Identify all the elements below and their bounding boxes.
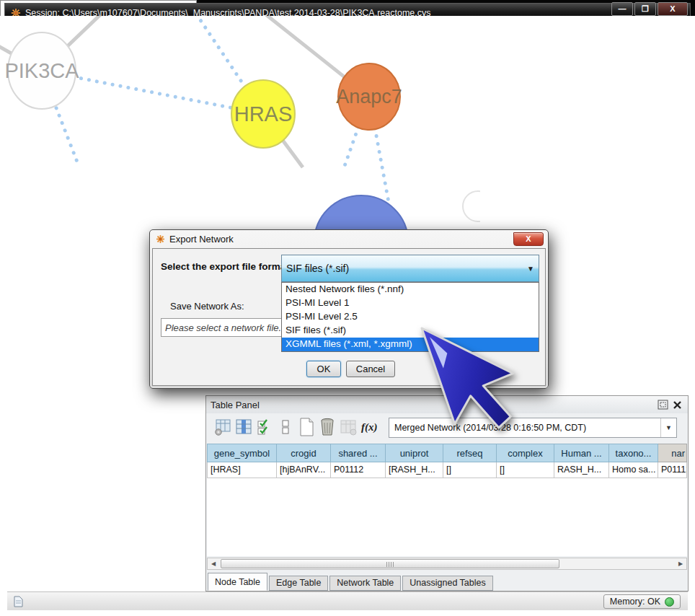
horizontal-scrollbar[interactable]: ◀ ▶ xyxy=(207,558,687,570)
select-column-icon[interactable] xyxy=(233,417,254,437)
export-format-combobox[interactable]: SIF files (*.sif) ▼ xyxy=(281,255,539,282)
new-table-icon[interactable] xyxy=(296,417,316,437)
cell-uniprot[interactable]: [RASH_H... xyxy=(386,462,443,478)
memory-ok-indicator xyxy=(665,597,674,607)
tab-network-table[interactable]: Network Table xyxy=(329,576,401,591)
svg-text:PIK3CA: PIK3CA xyxy=(4,59,79,82)
annotation-cursor-arrow xyxy=(386,317,552,462)
memory-status-label: Memory: OK xyxy=(610,597,660,607)
status-bar: Memory: OK xyxy=(7,591,688,610)
scroll-right-icon[interactable]: ▶ xyxy=(675,558,686,569)
cell-complex[interactable]: [] xyxy=(497,462,554,478)
desktop: { "window": { "title": "Session: C:\\Use… xyxy=(0,0,695,616)
save-network-as-label: Save Network As: xyxy=(170,301,244,312)
export-format-value: SIF files (*.sif) xyxy=(286,263,349,274)
import-table-disabled-icon xyxy=(337,417,358,437)
tab-edge-table[interactable]: Edge Table xyxy=(269,576,328,591)
network-file-field[interactable]: Please select a network file... xyxy=(161,318,285,337)
scrollbar-thumb[interactable] xyxy=(221,559,559,568)
tab-node-table[interactable]: Node Table xyxy=(208,573,267,591)
cell-human[interactable]: RASH_H... xyxy=(554,462,609,478)
float-panel-icon[interactable] xyxy=(657,399,669,410)
table-body-empty xyxy=(207,478,687,556)
dialog-title: Export Network xyxy=(169,234,234,245)
cell-refseq[interactable]: [] xyxy=(443,462,497,478)
deselect-all-icon[interactable] xyxy=(275,417,296,437)
col-name[interactable]: nar xyxy=(658,444,687,462)
export-format-label: Select the export file format xyxy=(161,261,289,272)
chevron-down-icon: ▼ xyxy=(660,418,676,437)
svg-text:HRAS: HRAS xyxy=(234,102,293,126)
memory-status-button[interactable]: Memory: OK xyxy=(603,594,681,609)
option-psimi1[interactable]: PSI-MI Level 1 xyxy=(282,296,539,310)
select-all-icon[interactable] xyxy=(254,417,275,437)
col-shared[interactable]: shared ... xyxy=(331,444,386,462)
dialog-close-button[interactable]: X xyxy=(513,232,544,246)
tab-unassigned-tables[interactable]: Unassigned Tables xyxy=(402,576,492,591)
dialog-titlebar[interactable]: Export Network xyxy=(150,230,548,248)
minimize-button[interactable]: — xyxy=(611,2,633,16)
table-tabs: Node Table Edge Table Network Table Unas… xyxy=(208,572,495,591)
col-gene-symbol[interactable]: gene_symbol xyxy=(207,444,277,462)
close-button[interactable]: X xyxy=(658,2,688,16)
window-controls: — ❐ X xyxy=(611,2,688,16)
close-panel-icon[interactable] xyxy=(671,399,683,410)
session-file-icon xyxy=(13,596,23,607)
col-human[interactable]: Human ... xyxy=(554,444,609,462)
chevron-down-icon: ▼ xyxy=(527,265,534,273)
scroll-left-icon[interactable]: ◀ xyxy=(208,558,219,569)
table-row[interactable]: [HRAS] [hjBAnRV... P01112 [RASH_H... [] … xyxy=(207,462,687,478)
col-taxonomy[interactable]: taxono... xyxy=(609,444,658,462)
svg-text:Anapc7: Anapc7 xyxy=(336,86,402,107)
col-crogid[interactable]: crogid xyxy=(277,444,331,462)
option-nnf[interactable]: Nested Network files (*.nnf) xyxy=(282,283,539,296)
cell-shared[interactable]: P01112 xyxy=(331,462,386,478)
table-settings-icon[interactable] xyxy=(212,417,233,437)
cell-taxonomy[interactable]: Homo sa... xyxy=(609,462,658,478)
cell-gene-symbol[interactable]: [HRAS] xyxy=(207,462,277,478)
dialog-icon xyxy=(156,234,165,244)
maximize-button[interactable]: ❐ xyxy=(634,2,656,16)
delete-table-icon[interactable] xyxy=(316,417,337,437)
cell-crogid[interactable]: [hjBAnRV... xyxy=(277,462,331,478)
table-panel-title: Table Panel xyxy=(211,400,260,410)
function-builder-icon[interactable]: f(x) xyxy=(361,421,378,434)
ok-button[interactable]: OK xyxy=(306,361,341,377)
cell-name[interactable]: P01112 xyxy=(658,462,687,478)
